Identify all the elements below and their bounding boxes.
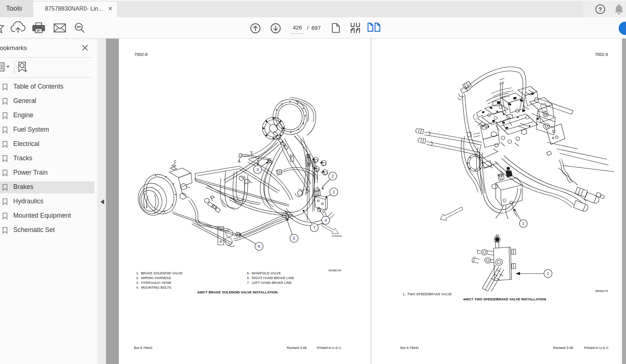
svg-text:1: 1 (333, 190, 335, 194)
svg-text:5: 5 (293, 236, 295, 240)
svg-text:1: 1 (547, 271, 549, 276)
svg-text:FORWARD: FORWARD (332, 235, 342, 237)
svg-text:3: 3 (257, 167, 259, 172)
svg-text:7: 7 (313, 225, 315, 230)
svg-text:4: 4 (325, 218, 327, 222)
svg-text:6: 6 (258, 244, 260, 249)
svg-text:1: 1 (522, 221, 524, 226)
svg-text:2: 2 (332, 174, 334, 178)
